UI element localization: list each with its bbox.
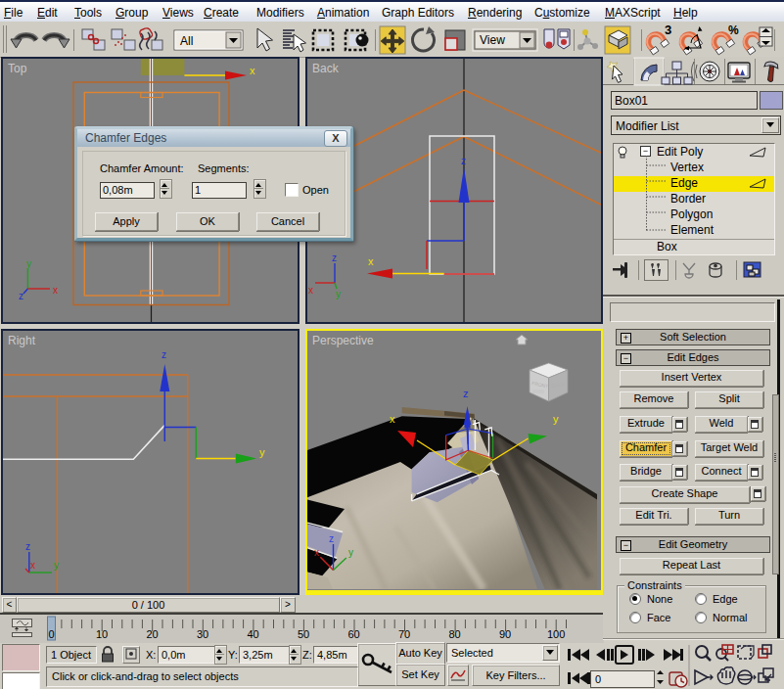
svg-text:All: All xyxy=(180,34,193,48)
svg-text:Right: Right xyxy=(8,334,36,347)
svg-text:Back: Back xyxy=(312,62,340,75)
svg-text:x: x xyxy=(250,65,255,76)
svg-text:10: 10 xyxy=(96,628,108,640)
svg-text:20: 20 xyxy=(147,628,159,640)
svg-text:z: z xyxy=(329,533,334,544)
svg-text:z: z xyxy=(19,291,23,301)
svg-text:80: 80 xyxy=(449,628,461,640)
svg-text:y: y xyxy=(553,413,559,425)
svg-text:70: 70 xyxy=(398,628,410,640)
svg-text:z: z xyxy=(332,253,337,263)
svg-text:y: y xyxy=(336,289,341,299)
svg-text:x: x xyxy=(390,413,395,425)
svg-text:0: 0 xyxy=(595,673,601,685)
svg-text:40: 40 xyxy=(248,628,259,640)
svg-text:y: y xyxy=(259,446,265,458)
svg-text:x: x xyxy=(30,560,35,571)
svg-text:x: x xyxy=(308,285,313,296)
svg-text:90: 90 xyxy=(499,628,511,640)
svg-text:Perspective: Perspective xyxy=(312,334,374,347)
svg-text:y: y xyxy=(348,547,353,558)
svg-text:%: % xyxy=(728,23,739,37)
svg-text:Top: Top xyxy=(8,62,27,75)
svg-text:z: z xyxy=(25,541,30,552)
svg-text:View: View xyxy=(480,33,505,47)
svg-text:x: x xyxy=(53,285,58,296)
svg-text:x: x xyxy=(368,255,374,267)
svg-text:100: 100 xyxy=(547,628,565,640)
svg-text:z: z xyxy=(161,349,166,360)
svg-text:y: y xyxy=(26,258,31,269)
svg-text:y: y xyxy=(54,560,59,571)
svg-text:30: 30 xyxy=(197,628,208,640)
svg-text:0: 0 xyxy=(49,628,55,640)
svg-text:x: x xyxy=(314,547,319,558)
svg-text:z: z xyxy=(463,388,469,399)
svg-text:z: z xyxy=(461,156,466,166)
svg-text:50: 50 xyxy=(298,628,309,640)
svg-text:3: 3 xyxy=(665,23,671,37)
svg-text:60: 60 xyxy=(348,628,360,640)
